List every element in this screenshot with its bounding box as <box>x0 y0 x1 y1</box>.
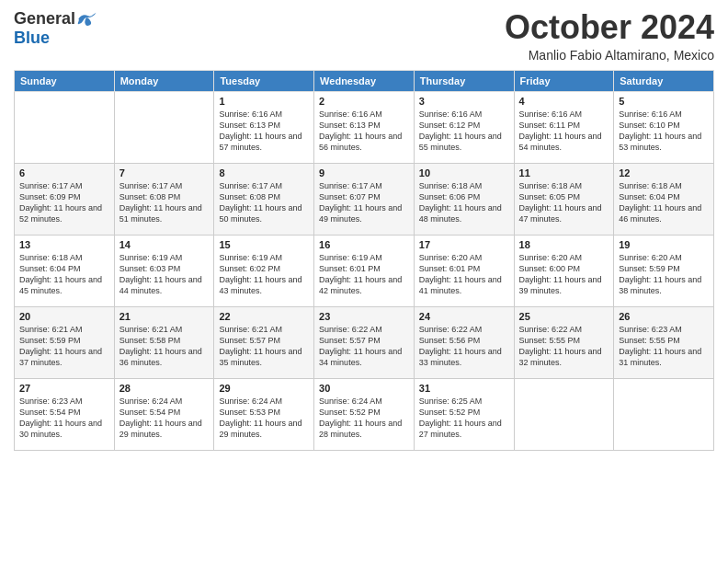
col-sunday: Sunday <box>15 70 115 91</box>
day-number: 1 <box>219 96 309 107</box>
col-monday: Monday <box>114 70 214 91</box>
header: General Blue October 2024 Manlio Fabio A… <box>14 9 714 63</box>
day-number: 4 <box>519 96 609 107</box>
calendar-cell-w2-d7: 12Sunrise: 6:18 AM Sunset: 6:04 PM Dayli… <box>614 163 714 235</box>
day-info: Sunrise: 6:17 AM Sunset: 6:07 PM Dayligh… <box>319 180 409 225</box>
day-number: 30 <box>319 383 409 394</box>
calendar-cell-w3-d3: 15Sunrise: 6:19 AM Sunset: 6:02 PM Dayli… <box>214 235 314 306</box>
day-number: 19 <box>619 239 709 250</box>
day-info: Sunrise: 6:18 AM Sunset: 6:04 PM Dayligh… <box>19 252 109 297</box>
location-title: Manlio Fabio Altamirano, Mexico <box>505 48 714 63</box>
day-number: 6 <box>19 167 109 178</box>
day-number: 27 <box>19 383 109 394</box>
calendar-cell-w3-d5: 17Sunrise: 6:20 AM Sunset: 6:01 PM Dayli… <box>414 235 514 306</box>
calendar-cell-w4-d1: 20Sunrise: 6:21 AM Sunset: 5:59 PM Dayli… <box>15 306 115 378</box>
calendar-cell-w4-d2: 21Sunrise: 6:21 AM Sunset: 5:58 PM Dayli… <box>114 306 214 378</box>
calendar-week-3: 13Sunrise: 6:18 AM Sunset: 6:04 PM Dayli… <box>15 235 714 306</box>
logo-bird-icon <box>77 11 97 28</box>
day-info: Sunrise: 6:16 AM Sunset: 6:13 PM Dayligh… <box>219 109 309 154</box>
day-number: 10 <box>419 167 509 178</box>
day-info: Sunrise: 6:24 AM Sunset: 5:54 PM Dayligh… <box>119 396 210 441</box>
calendar-cell-w1-d3: 1Sunrise: 6:16 AM Sunset: 6:13 PM Daylig… <box>214 91 314 163</box>
calendar-cell-w1-d4: 2Sunrise: 6:16 AM Sunset: 6:13 PM Daylig… <box>314 91 415 163</box>
day-info: Sunrise: 6:22 AM Sunset: 5:55 PM Dayligh… <box>519 324 609 369</box>
day-number: 11 <box>519 167 609 178</box>
calendar-week-4: 20Sunrise: 6:21 AM Sunset: 5:59 PM Dayli… <box>15 306 714 378</box>
day-number: 25 <box>519 311 609 322</box>
day-number: 13 <box>19 239 109 250</box>
calendar-cell-w5-d5: 31Sunrise: 6:25 AM Sunset: 5:52 PM Dayli… <box>414 378 514 450</box>
day-info: Sunrise: 6:16 AM Sunset: 6:10 PM Dayligh… <box>619 109 709 154</box>
calendar-cell-w3-d1: 13Sunrise: 6:18 AM Sunset: 6:04 PM Dayli… <box>15 235 115 306</box>
calendar-cell-w3-d4: 16Sunrise: 6:19 AM Sunset: 6:01 PM Dayli… <box>314 235 415 306</box>
day-number: 28 <box>119 383 210 394</box>
day-number: 17 <box>419 239 509 250</box>
day-info: Sunrise: 6:18 AM Sunset: 6:06 PM Dayligh… <box>419 180 509 225</box>
calendar-cell-w5-d1: 27Sunrise: 6:23 AM Sunset: 5:54 PM Dayli… <box>15 378 115 450</box>
day-number: 9 <box>319 167 409 178</box>
calendar-cell-w4-d3: 22Sunrise: 6:21 AM Sunset: 5:57 PM Dayli… <box>214 306 314 378</box>
calendar-cell-w2-d4: 9Sunrise: 6:17 AM Sunset: 6:07 PM Daylig… <box>314 163 415 235</box>
calendar-cell-w1-d2 <box>114 91 214 163</box>
calendar-cell-w1-d1 <box>15 91 115 163</box>
day-info: Sunrise: 6:25 AM Sunset: 5:52 PM Dayligh… <box>419 396 509 441</box>
day-info: Sunrise: 6:18 AM Sunset: 6:05 PM Dayligh… <box>519 180 609 225</box>
calendar-cell-w5-d6 <box>514 378 614 450</box>
day-info: Sunrise: 6:19 AM Sunset: 6:02 PM Dayligh… <box>219 252 309 297</box>
logo-blue-text: Blue <box>14 29 50 48</box>
day-info: Sunrise: 6:19 AM Sunset: 6:03 PM Dayligh… <box>119 252 210 297</box>
calendar-week-1: 1Sunrise: 6:16 AM Sunset: 6:13 PM Daylig… <box>15 91 714 163</box>
day-info: Sunrise: 6:21 AM Sunset: 5:57 PM Dayligh… <box>219 324 309 369</box>
calendar-cell-w2-d5: 10Sunrise: 6:18 AM Sunset: 6:06 PM Dayli… <box>414 163 514 235</box>
day-number: 2 <box>319 96 409 107</box>
day-number: 3 <box>419 96 509 107</box>
day-info: Sunrise: 6:20 AM Sunset: 5:59 PM Dayligh… <box>619 252 709 297</box>
day-number: 8 <box>219 167 309 178</box>
day-info: Sunrise: 6:18 AM Sunset: 6:04 PM Dayligh… <box>619 180 709 225</box>
day-info: Sunrise: 6:22 AM Sunset: 5:57 PM Dayligh… <box>319 324 409 369</box>
calendar-week-5: 27Sunrise: 6:23 AM Sunset: 5:54 PM Dayli… <box>15 378 714 450</box>
day-number: 22 <box>219 311 309 322</box>
calendar-cell-w4-d6: 25Sunrise: 6:22 AM Sunset: 5:55 PM Dayli… <box>514 306 614 378</box>
calendar-cell-w1-d6: 4Sunrise: 6:16 AM Sunset: 6:11 PM Daylig… <box>514 91 614 163</box>
calendar-table: Sunday Monday Tuesday Wednesday Thursday… <box>14 70 714 451</box>
col-saturday: Saturday <box>614 70 714 91</box>
day-info: Sunrise: 6:17 AM Sunset: 6:08 PM Dayligh… <box>219 180 309 225</box>
day-info: Sunrise: 6:16 AM Sunset: 6:11 PM Dayligh… <box>519 109 609 154</box>
day-info: Sunrise: 6:23 AM Sunset: 5:55 PM Dayligh… <box>619 324 709 369</box>
calendar-cell-w3-d2: 14Sunrise: 6:19 AM Sunset: 6:03 PM Dayli… <box>114 235 214 306</box>
calendar-cell-w5-d7 <box>614 378 714 450</box>
day-number: 21 <box>119 311 210 322</box>
day-number: 23 <box>319 311 409 322</box>
calendar-cell-w2-d3: 8Sunrise: 6:17 AM Sunset: 6:08 PM Daylig… <box>214 163 314 235</box>
calendar-cell-w2-d1: 6Sunrise: 6:17 AM Sunset: 6:09 PM Daylig… <box>15 163 115 235</box>
day-info: Sunrise: 6:19 AM Sunset: 6:01 PM Dayligh… <box>319 252 409 297</box>
col-tuesday: Tuesday <box>214 70 314 91</box>
day-number: 5 <box>619 96 709 107</box>
calendar-cell-w1-d5: 3Sunrise: 6:16 AM Sunset: 6:12 PM Daylig… <box>414 91 514 163</box>
day-number: 7 <box>119 167 210 178</box>
day-number: 31 <box>419 383 509 394</box>
title-block: October 2024 Manlio Fabio Altamirano, Me… <box>505 9 714 63</box>
day-number: 29 <box>219 383 309 394</box>
calendar-cell-w4-d7: 26Sunrise: 6:23 AM Sunset: 5:55 PM Dayli… <box>614 306 714 378</box>
day-number: 14 <box>119 239 210 250</box>
day-info: Sunrise: 6:23 AM Sunset: 5:54 PM Dayligh… <box>19 396 109 441</box>
col-wednesday: Wednesday <box>314 70 415 91</box>
col-friday: Friday <box>514 70 614 91</box>
day-number: 24 <box>419 311 509 322</box>
calendar-cell-w3-d6: 18Sunrise: 6:20 AM Sunset: 6:00 PM Dayli… <box>514 235 614 306</box>
day-info: Sunrise: 6:22 AM Sunset: 5:56 PM Dayligh… <box>419 324 509 369</box>
day-info: Sunrise: 6:21 AM Sunset: 5:59 PM Dayligh… <box>19 324 109 369</box>
page-container: General Blue October 2024 Manlio Fabio A… <box>0 0 728 460</box>
day-info: Sunrise: 6:17 AM Sunset: 6:08 PM Dayligh… <box>119 180 210 225</box>
day-info: Sunrise: 6:16 AM Sunset: 6:12 PM Dayligh… <box>419 109 509 154</box>
day-number: 12 <box>619 167 709 178</box>
calendar-cell-w2-d2: 7Sunrise: 6:17 AM Sunset: 6:08 PM Daylig… <box>114 163 214 235</box>
calendar-cell-w5-d2: 28Sunrise: 6:24 AM Sunset: 5:54 PM Dayli… <box>114 378 214 450</box>
day-number: 20 <box>19 311 109 322</box>
calendar-cell-w4-d4: 23Sunrise: 6:22 AM Sunset: 5:57 PM Dayli… <box>314 306 415 378</box>
day-number: 26 <box>619 311 709 322</box>
day-number: 15 <box>219 239 309 250</box>
calendar-cell-w2-d6: 11Sunrise: 6:18 AM Sunset: 6:05 PM Dayli… <box>514 163 614 235</box>
